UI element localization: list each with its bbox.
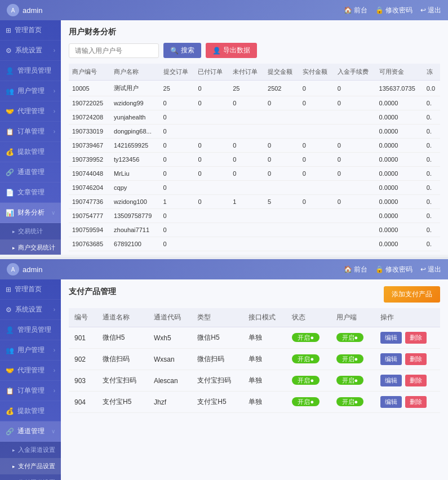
th-merchant-name: 商户名称 — [110, 64, 160, 81]
th-paid-orders: 已付订单 — [194, 64, 229, 81]
delete-button[interactable]: 删除 — [405, 332, 427, 344]
admin-icon-2: 👤 — [6, 326, 14, 334]
status-badge: 开启● — [292, 333, 320, 342]
nav-logout-1[interactable]: ↩ 退出 — [420, 6, 441, 15]
th2-id: 编号 — [69, 308, 97, 327]
page-title-1: 用户财务分析 — [69, 27, 440, 37]
dashboard-icon: ⊞ — [6, 26, 11, 34]
th-actual-amount: 实付金额 — [299, 64, 334, 81]
add-product-button[interactable]: 添加支付产品 — [384, 286, 440, 303]
nav-change-pwd-2[interactable]: 🔒 修改密码 — [375, 265, 412, 274]
sidebar-item-articles[interactable]: 📄 文章管理 — [0, 183, 61, 203]
nav-logout-2[interactable]: ↩ 退出 — [420, 265, 441, 274]
main-content-1: 用户财务分析 🔍 搜索 👤 导出数据 — [61, 20, 448, 255]
sidebar-item-users[interactable]: 👥 用户管理 › — [0, 81, 61, 101]
th-submitted-orders: 提交订单 — [160, 64, 195, 81]
edit-button[interactable]: 编辑 — [380, 396, 402, 408]
sub-item-pay-product[interactable]: 支付产品设置 — [0, 458, 61, 474]
sidebar2-item-admins[interactable]: 👤 管理员管理 — [0, 320, 61, 340]
sidebar2-item-users[interactable]: 👥 用户管理 › — [0, 340, 61, 361]
nav-change-pwd-1[interactable]: 🔒 修改密码 — [375, 6, 412, 15]
sidebar2-item-withdraw[interactable]: 💰 提款管理 — [0, 401, 61, 421]
search-button-1[interactable]: 🔍 搜索 — [163, 43, 201, 58]
table-row: 190747736wzidong1001015000.00000. — [69, 195, 440, 209]
edit-button[interactable]: 编辑 — [380, 332, 402, 344]
delete-button[interactable]: 删除 — [405, 396, 427, 408]
th2-action: 操作 — [375, 308, 440, 327]
home-icon-2: 🏠 — [344, 265, 352, 273]
logout-icon-1: ↩ — [420, 6, 426, 14]
sub-item-income-channel[interactable]: 入金渠道设置 — [0, 442, 61, 458]
table-wrapper-1: 商户编号 商户名称 提交订单 已付订单 未付订单 提交金额 实付金额 入金手续费… — [69, 64, 440, 255]
search-icon-1: 🔍 — [170, 47, 179, 55]
arrow-down-icon-2: ∨ — [51, 428, 55, 434]
withdraw-icon-2: 💰 — [6, 407, 14, 415]
th2-mode: 接口模式 — [243, 308, 286, 327]
header-2: A admin 🏠 前台 🔒 修改密码 ↩ 退出 — [0, 259, 448, 279]
avatar-2: A — [7, 263, 19, 275]
sidebar-item-withdraw[interactable]: 💰 提款管理 — [0, 142, 61, 162]
sidebar-item-admins[interactable]: 👤 管理员管理 — [0, 61, 61, 81]
th-merchant-id: 商户编号 — [69, 64, 110, 81]
article-icon: 📄 — [6, 189, 14, 197]
sub-item-merchant-trade[interactable]: 商户交易统计 — [0, 239, 61, 255]
header-right-2: 🏠 前台 🔒 修改密码 ↩ 退出 — [344, 265, 441, 274]
finance-submenu: 交易统计 商户交易统计 代理商交易统计 接口交易统计 充值明细 平台报表 商户报… — [0, 223, 61, 255]
users-icon: 👥 — [6, 87, 14, 95]
table-row: 903 支付宝扫码 Alescan 支付宝扫码 单独 开启● 开启● 编辑 删除 — [69, 370, 440, 392]
arrow-icon-s2: › — [54, 306, 55, 313]
system-icon-2: ⚙ — [6, 306, 12, 314]
sub-item-pay-channel[interactable]: 代付渠道设置 — [0, 474, 61, 480]
arrow-icon: › — [54, 47, 55, 54]
panel-1: A admin 🏠 前台 🔒 修改密码 ↩ 退出 ⊞ 管理首页 — [0, 0, 448, 255]
agent-icon-2: 🤝 — [6, 367, 14, 375]
sidebar2-item-dashboard[interactable]: ⊞ 管理首页 — [0, 279, 61, 300]
main-2: 支付产品管理 添加支付产品 编号 通道名称 通道代码 类型 接口模式 状态 用户… — [61, 279, 448, 480]
header-left-1: A admin — [7, 4, 42, 16]
admin-icon: 👤 — [6, 67, 14, 75]
search-input-1[interactable] — [69, 43, 159, 58]
sidebar-item-finance[interactable]: 📊 财务分析 ∨ — [0, 203, 61, 223]
sidebar-item-orders[interactable]: 📋 订单管理 › — [0, 122, 61, 142]
export-button-1[interactable]: 👤 导出数据 — [206, 43, 257, 58]
withdraw-icon: 💰 — [6, 148, 14, 156]
sidebar2-item-system[interactable]: ⚙ 系统设置 › — [0, 300, 61, 320]
edit-button[interactable]: 编辑 — [380, 375, 402, 386]
header-left-2: A admin — [7, 263, 42, 275]
sidebar2-item-channels[interactable]: 🔗 通道管理 ∨ — [0, 421, 61, 442]
sub-item-trade-stats[interactable]: 交易统计 — [0, 223, 61, 239]
status-badge: 开启● — [292, 376, 320, 385]
panel-2: A admin 🏠 前台 🔒 修改密码 ↩ 退出 ⊞ 管理首页 — [0, 259, 448, 480]
export-icon-1: 👤 — [212, 47, 221, 55]
sidebar-item-system[interactable]: ⚙ 系统设置 › — [0, 41, 61, 61]
finance-table: 商户编号 商户名称 提交订单 已付订单 未付订单 提交金额 实付金额 入金手续费… — [69, 64, 440, 255]
payment-product-table: 编号 通道名称 通道代码 类型 接口模式 状态 用户端 操作 901 — [69, 308, 440, 413]
sidebar2-item-agents[interactable]: 🤝 代理管理 › — [0, 361, 61, 381]
sidebar-item-dashboard[interactable]: ⊞ 管理首页 — [0, 20, 61, 41]
header-1: A admin 🏠 前台 🔒 修改密码 ↩ 退出 — [0, 0, 448, 20]
toolbar-2: 支付产品管理 添加支付产品 — [69, 286, 440, 303]
arrow-down-icon: ∨ — [51, 210, 55, 216]
table2-head: 编号 通道名称 通道代码 类型 接口模式 状态 用户端 操作 — [69, 308, 440, 327]
nav-home-1[interactable]: 🏠 前台 — [344, 6, 367, 15]
table-row: 190759594zhouhai771100.00000. — [69, 223, 440, 237]
table-head-1: 商户编号 商户名称 提交订单 已付订单 未付订单 提交金额 实付金额 入金手续费… — [69, 64, 440, 81]
lock-icon-2: 🔒 — [375, 265, 384, 273]
order-icon: 📋 — [6, 128, 14, 136]
nav-home-2[interactable]: 🏠 前台 — [344, 265, 367, 274]
table-row: 190724208yunjahealth00.00000. — [69, 110, 440, 125]
delete-button[interactable]: 删除 — [405, 375, 427, 386]
logout-icon-2: ↩ — [420, 265, 426, 273]
sidebar-2: ⊞ 管理首页 ⚙ 系统设置 › 👤 管理员管理 👥 — [0, 279, 61, 480]
dashboard-icon-2: ⊞ — [6, 286, 11, 294]
delete-button[interactable]: 删除 — [405, 353, 427, 365]
system-icon: ⚙ — [6, 47, 12, 55]
lock-icon-1: 🔒 — [375, 6, 384, 14]
table-row: 19073946714216599250000000.00000. — [69, 139, 440, 153]
sidebar-item-channels[interactable]: 🔗 通道管理 — [0, 162, 61, 183]
edit-button[interactable]: 编辑 — [380, 353, 402, 365]
sidebar2-item-orders[interactable]: 📋 订单管理 › — [0, 381, 61, 401]
sidebar-item-agents[interactable]: 🤝 代理管理 › — [0, 101, 61, 122]
user-status-badge: 开启● — [336, 354, 364, 363]
toolbar-1: 🔍 搜索 👤 导出数据 — [69, 43, 440, 58]
